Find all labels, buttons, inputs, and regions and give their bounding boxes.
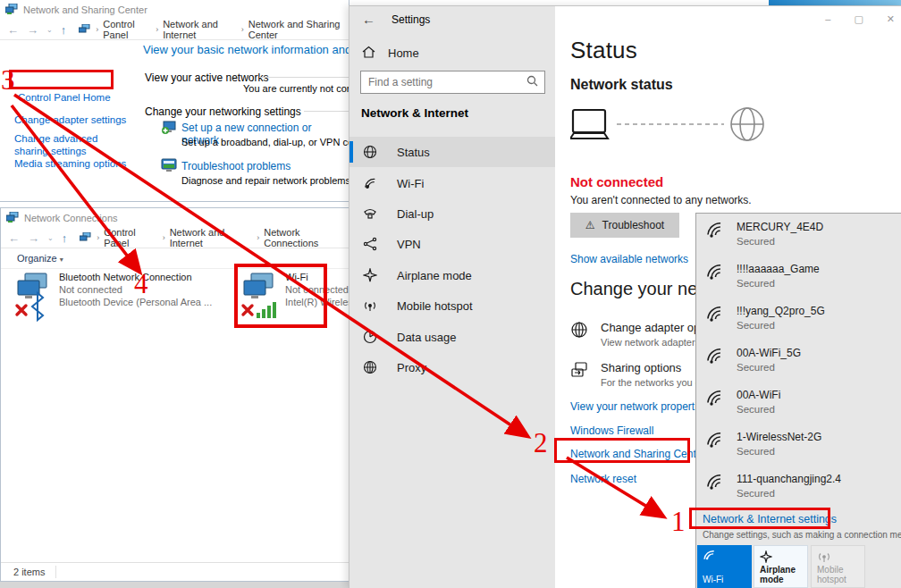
home-icon	[362, 46, 375, 61]
close-button[interactable]: ✕	[887, 13, 895, 25]
connection-item-bluetooth[interactable]: Bluetooth Network Connection Not connect…	[14, 272, 220, 327]
show-available-networks-link[interactable]: Show available networks	[570, 253, 688, 265]
wifi-quick-tile[interactable]: Wi-Fi	[697, 545, 752, 588]
nav-item-airplane[interactable]: Airplane mode	[349, 260, 555, 290]
wifi-signal-icon	[705, 263, 728, 289]
maximize-button[interactable]: ▢	[854, 13, 863, 25]
nc-statusbar: 2 items	[1, 562, 349, 581]
network-internet-settings-link[interactable]: Network & Internet settings	[703, 513, 837, 525]
airplane-mode-quick-tile[interactable]: Airplane mode	[754, 545, 808, 588]
network-status-label: Network status	[570, 77, 673, 93]
back-icon[interactable]: ←	[8, 231, 20, 245]
sidebar-change-adapter-settings[interactable]: Change adapter settings	[14, 114, 126, 125]
active-networks-label: View your active networks	[145, 71, 269, 84]
airplane-icon	[363, 268, 377, 282]
hotspot-icon	[363, 298, 377, 313]
nav-item-vpn[interactable]: VPN	[349, 229, 555, 259]
nc-breadcrumb[interactable]: ›Control Panel ›Network and Internet ›Ne…	[97, 227, 349, 248]
troubleshoot-button[interactable]: ⚠ Troubleshoot	[570, 213, 679, 238]
nsc-navbar: ← → ⌄ ↑ ›Control Panel ›Network and Inte…	[0, 20, 349, 40]
warning-icon: ⚠	[585, 219, 595, 231]
settings-home-item[interactable]: Home	[362, 46, 419, 61]
wifi-network-item[interactable]: 1-WirelessNet-2G Secured	[705, 431, 821, 457]
wifi-network-item[interactable]: 111-quanchangjing2.4 Secured	[705, 473, 841, 499]
sharing-icon	[570, 361, 588, 388]
bluetooth-adapter-icon	[14, 272, 52, 327]
minimize-button[interactable]: –	[825, 13, 830, 25]
vpn-icon	[363, 237, 377, 251]
search-input[interactable]	[361, 76, 526, 88]
wifi-icon	[703, 550, 752, 563]
wifi-signal-icon	[705, 389, 728, 415]
change-networking-label: Change your networking settings	[145, 105, 301, 118]
nsc-window-title: Network and Sharing Center	[23, 4, 147, 15]
troubleshoot-icon	[161, 158, 178, 176]
nav-item-datausage[interactable]: Data usage	[349, 322, 555, 352]
organize-dropdown[interactable]: Organize ▾	[17, 253, 63, 264]
network-sharing-center-window: Network and Sharing Center ← → ⌄ ↑ ›Cont…	[0, 0, 349, 202]
items-count: 2 items	[13, 567, 45, 577]
up-icon[interactable]: ↑	[62, 231, 68, 245]
settings-back-icon[interactable]: ←	[362, 12, 375, 27]
status-icon	[363, 145, 377, 159]
back-icon[interactable]: ←	[7, 23, 19, 37]
nav-item-hotspot[interactable]: Mobile hotspot	[349, 290, 555, 321]
screen: Network and Sharing Center ← → ⌄ ↑ ›Cont…	[0, 0, 901, 588]
wifi-signal-icon	[705, 431, 728, 457]
flyout-caption: Change settings, such as making a connec…	[703, 530, 901, 540]
dialup-icon	[363, 206, 377, 221]
data-usage-icon	[363, 330, 377, 344]
network-sharing-center-link[interactable]: Network and Sharing Center	[570, 448, 705, 460]
view-network-properties-link[interactable]: View your network properties	[570, 400, 709, 413]
airplane-icon	[760, 550, 807, 565]
recent-pages-icon[interactable]: ⌄	[46, 26, 53, 34]
wifi-signal-icon	[705, 473, 728, 499]
page-title: Status	[570, 37, 637, 64]
wifi-network-item[interactable]: !!!yang_Q2pro_5G Secured	[705, 305, 825, 331]
up-icon[interactable]: ↑	[61, 23, 67, 37]
sidebar-advanced-sharing[interactable]: Change advanced sharing settings	[14, 132, 131, 157]
sidebar-control-panel-home[interactable]: Control Panel Home	[18, 92, 111, 103]
nav-item-dialup[interactable]: Dial-up	[349, 198, 555, 229]
wifi-adapter-icon	[240, 272, 278, 327]
network-reset-link[interactable]: Network reset	[570, 473, 636, 485]
wifi-flyout: MERCURY_4E4D Secured	[695, 213, 901, 588]
nc-toolbar: Organize ▾	[1, 248, 349, 269]
mobile-hotspot-quick-tile[interactable]: Mobile hotspot	[811, 545, 865, 588]
wifi-signal-icon	[705, 347, 728, 373]
network-window-icon	[6, 212, 19, 224]
network-connections-window: Network Connections ← → ⌄ ↑ ›Control Pan…	[0, 207, 349, 582]
wifi-signal-icon	[705, 221, 728, 247]
settings-window-title: Settings	[392, 13, 430, 26]
nc-window-title: Network Connections	[24, 213, 118, 223]
proxy-icon	[363, 360, 377, 374]
network-window-icon	[5, 4, 18, 16]
wifi-network-item[interactable]: 00A-WiFi Secured	[705, 389, 780, 415]
nav-item-status[interactable]: Status	[349, 137, 555, 167]
nav-item-wifi[interactable]: Wi-Fi	[349, 168, 555, 198]
hotspot-icon	[817, 550, 864, 565]
wifi-network-item[interactable]: !!!!aaaaaa_Game Secured	[705, 263, 820, 289]
network-crumb-icon	[79, 24, 90, 36]
settings-search[interactable]	[360, 71, 545, 94]
nav-item-proxy[interactable]: Proxy	[349, 352, 555, 382]
wifi-signal-icon	[705, 305, 728, 331]
troubleshoot-problems-link[interactable]: Troubleshoot problems	[181, 160, 291, 172]
not-connected-desc: You aren't connected to any networks.	[570, 194, 752, 206]
recent-pages-icon[interactable]: ⌄	[47, 234, 54, 242]
network-crumb-icon	[80, 232, 91, 244]
forward-icon[interactable]: →	[28, 231, 39, 245]
divider	[304, 111, 349, 112]
nsc-titlebar[interactable]: Network and Sharing Center	[0, 0, 349, 20]
wifi-network-item[interactable]: MERCURY_4E4D Secured	[705, 221, 823, 247]
forward-icon[interactable]: →	[27, 23, 38, 37]
windows-firewall-link[interactable]: Windows Firewall	[570, 424, 653, 437]
nc-titlebar[interactable]: Network Connections	[1, 208, 349, 228]
sidebar-media-streaming[interactable]: Media streaming options	[14, 158, 126, 169]
nc-navbar: ← → ⌄ ↑ ›Control Panel ›Network and Inte…	[1, 228, 349, 248]
desktop-strip	[0, 582, 349, 588]
nsc-breadcrumb[interactable]: ›Control Panel ›Network and Internet ›Ne…	[96, 19, 349, 40]
search-icon[interactable]	[526, 74, 544, 90]
settings-sidebar: ← Settings Home Network & Internet Statu…	[349, 6, 555, 588]
wifi-network-item[interactable]: 00A-WiFi_5G Secured	[705, 347, 801, 373]
